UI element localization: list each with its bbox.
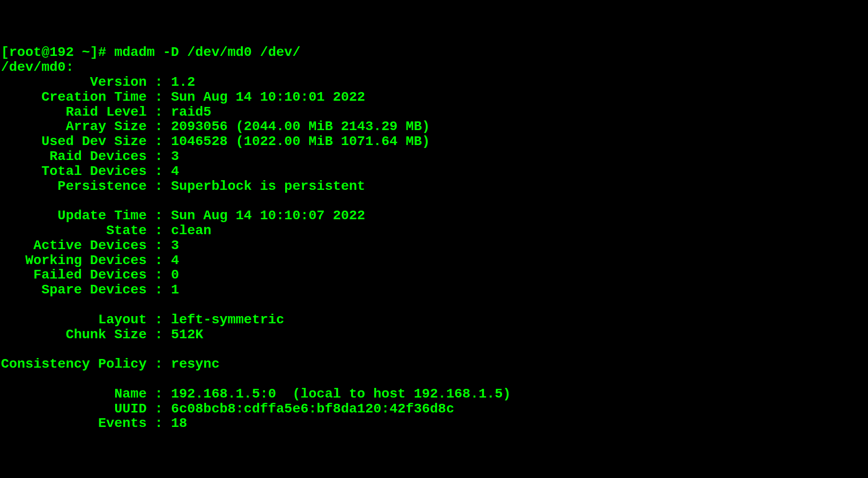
field-label: Persistence — [1, 179, 146, 194]
field-separator: : — [146, 357, 171, 372]
field-value: 4 — [171, 164, 179, 179]
field-label: Raid Level — [1, 105, 146, 120]
field-label: Raid Devices — [1, 149, 146, 164]
mdadm-detail-fields: Version : 1.2 Creation Time : Sun Aug 14… — [1, 75, 867, 431]
field-value: 3 — [171, 238, 179, 253]
field-value: left-symmetric — [171, 312, 284, 327]
field-value: 192.168.1.5:0 (local to host 192.168.1.5… — [171, 386, 511, 401]
field-label: Layout — [1, 312, 146, 327]
field-value: raid5 — [171, 105, 211, 120]
command-text[interactable]: mdadm -D /dev/md0 /dev/ — [114, 45, 300, 60]
field-value: 1046528 (1022.00 MiB 1071.64 MB) — [171, 134, 430, 149]
field-value: 1 — [171, 282, 179, 297]
field-label: Creation Time — [1, 90, 146, 105]
field-label: Chunk Size — [1, 327, 146, 342]
field-label: Spare Devices — [1, 282, 146, 297]
field-value: 0 — [171, 267, 179, 282]
field-value: Sun Aug 14 10:10:01 2022 — [171, 90, 365, 105]
field-value: Sun Aug 14 10:10:07 2022 — [171, 208, 365, 223]
field-value: 6c08bcb8:cdffa5e6:bf8da120:42f36d8c — [171, 401, 454, 416]
field-separator: : — [146, 238, 171, 253]
field-label: State — [1, 223, 146, 238]
field-separator: : — [146, 386, 171, 401]
field-separator: : — [146, 134, 171, 149]
field-separator: : — [146, 208, 171, 223]
field-label: Events — [1, 416, 146, 431]
shell-prompt: [root@192 ~]# — [1, 45, 114, 60]
field-label: Array Size — [1, 119, 146, 134]
field-value: 18 — [171, 416, 187, 431]
field-label: Used Dev Size — [1, 134, 146, 149]
field-separator: : — [146, 179, 171, 194]
field-separator: : — [146, 149, 171, 164]
field-value: clean — [171, 223, 211, 238]
field-value: 4 — [171, 253, 179, 268]
field-label: Active Devices — [1, 238, 146, 253]
field-label: Total Devices — [1, 164, 146, 179]
field-value: 1.2 — [171, 75, 195, 90]
field-value: 2093056 (2044.00 MiB 2143.29 MB) — [171, 119, 430, 134]
field-separator: : — [146, 90, 171, 105]
field-separator: : — [146, 164, 171, 179]
field-separator: : — [146, 401, 171, 416]
field-label: Name — [1, 386, 146, 401]
device-header: /dev/md0: — [1, 60, 74, 75]
field-separator: : — [146, 312, 171, 327]
field-separator: : — [146, 253, 171, 268]
field-separator: : — [146, 105, 171, 120]
field-label: Failed Devices — [1, 267, 146, 282]
terminal-output: [root@192 ~]# mdadm -D /dev/md0 /dev/ /d… — [1, 45, 867, 431]
field-value: 3 — [171, 149, 179, 164]
field-value: 512K — [171, 327, 203, 342]
field-label: UUID — [1, 401, 146, 416]
field-separator: : — [146, 267, 171, 282]
field-label: Consistency Policy — [1, 357, 146, 372]
field-label: Version — [1, 75, 146, 90]
field-value: resync — [171, 357, 220, 372]
field-separator: : — [146, 223, 171, 238]
field-label: Update Time — [1, 208, 146, 223]
field-separator: : — [146, 75, 171, 90]
field-separator: : — [146, 119, 171, 134]
field-separator: : — [146, 327, 171, 342]
field-label: Working Devices — [1, 253, 146, 268]
field-separator: : — [146, 282, 171, 297]
field-value: Superblock is persistent — [171, 179, 365, 194]
field-separator: : — [146, 416, 171, 431]
